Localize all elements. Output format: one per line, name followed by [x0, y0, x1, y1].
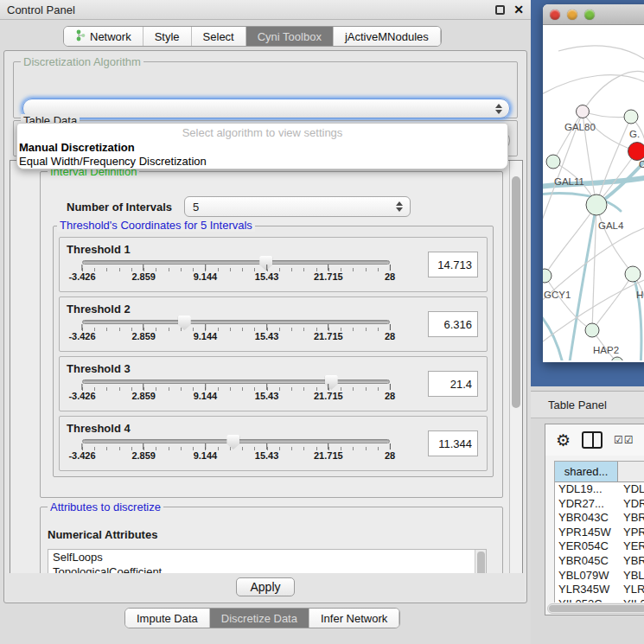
network-node[interactable]: [625, 266, 641, 283]
minimize-traffic-light-icon[interactable]: [567, 10, 577, 20]
tick-label: 15.43: [255, 265, 279, 282]
threshold-value-field[interactable]: [428, 371, 478, 397]
network-node-label: H: [636, 290, 643, 300]
algorithm-combo[interactable]: [22, 99, 510, 118]
network-node[interactable]: [624, 110, 639, 124]
tick-label: 28: [385, 384, 395, 401]
network-canvas[interactable]: GAL80 G. C GAL11 GAL4 GCY1 H HAP2: [543, 25, 644, 360]
node-table[interactable]: shared... n YDL19... YDL1 YDR27... YDR2 …: [554, 461, 644, 603]
attributes-group-label: Attributes to discretize: [48, 501, 163, 513]
top-tab[interactable]: Network: [64, 27, 143, 46]
combo-arrows-icon: [495, 104, 502, 114]
tick-label: 15.43: [255, 443, 279, 461]
column-header[interactable]: n: [618, 462, 644, 481]
control-panel: Control Panel ✕ Network Style Select: [0, 0, 531, 644]
control-panel-titlebar: Control Panel ✕: [0, 0, 531, 20]
tick-label: 2.859: [131, 384, 156, 401]
threshold-value-field[interactable]: [428, 430, 478, 456]
threshold-slider[interactable]: -3.426 2.859 9.144 15.43 21.715: [82, 439, 390, 462]
table-panel-title: Table Panel: [548, 399, 607, 411]
table-row[interactable]: YER054C YER0: [555, 539, 644, 554]
top-tab[interactable]: jActiveMNodules: [334, 27, 441, 46]
table-row[interactable]: YLR345W YLR3: [555, 583, 644, 597]
close-icon[interactable]: ✕: [513, 3, 524, 16]
table-row[interactable]: YBR043C YBR0: [555, 511, 644, 526]
interval-definition-group: Interval Definition Number of Intervals …: [40, 171, 503, 498]
threshold-slider[interactable]: -3.426 2.859 9.144 15.43 21.715: [82, 320, 390, 343]
tick-label: -3.426: [68, 443, 95, 461]
column-layout-icon[interactable]: [582, 431, 603, 449]
gear-icon[interactable]: ⚙: [556, 432, 571, 449]
tick-label: 21.715: [314, 384, 343, 401]
number-of-intervals-combo[interactable]: 5: [184, 196, 411, 217]
slider-tick-labels: -3.426 2.859 9.144 15.43 21.715: [82, 391, 390, 403]
table-row[interactable]: YBR045C YBR0: [555, 554, 644, 569]
attributes-group: Attributes to discretize Numerical Attri…: [40, 507, 503, 577]
top-tab[interactable]: Select: [192, 27, 246, 46]
network-node[interactable]: [585, 323, 600, 338]
bottom-tab[interactable]: Discretize Data: [210, 609, 309, 628]
tick-label: 2.859: [131, 324, 156, 341]
tick-label: 28: [385, 324, 395, 341]
tick-label: 28: [385, 443, 395, 461]
network-node-label: HAP2: [593, 345, 619, 355]
tick-label: 2.859: [131, 265, 156, 282]
algorithm-option[interactable]: Equal Width/Frequency Discretization: [17, 155, 507, 169]
top-tab[interactable]: Cyni Toolbox: [246, 27, 334, 46]
desktop-right-region: GAL80 G. C GAL11 GAL4 GCY1 H HAP2 Table …: [531, 0, 644, 644]
table-row[interactable]: YIL052C YIL0: [555, 597, 644, 603]
slider-track[interactable]: [82, 439, 390, 443]
tick-label: 21.715: [314, 324, 343, 341]
threshold-row: Threshold 3 -3.426 2: [59, 356, 488, 411]
tick-label: 21.715: [314, 265, 343, 282]
settings-scroll-area: Interval Definition Number of Intervals …: [10, 160, 523, 577]
threshold-slider[interactable]: -3.426 2.859 9.144 15.43 21.715: [82, 260, 390, 284]
table-row[interactable]: YDR27... YDR2: [555, 497, 644, 512]
network-node[interactable]: [628, 142, 644, 161]
tick-label: 28: [385, 265, 395, 282]
table-row[interactable]: YBL079W YBL0: [555, 569, 644, 583]
numerical-attributes-label: Numerical Attributes: [48, 528, 157, 541]
slider-track[interactable]: [82, 260, 390, 265]
select-checkboxes-icon[interactable]: ☑☑: [614, 434, 634, 446]
tick-label: -3.426: [68, 384, 95, 401]
zoom-traffic-light-icon[interactable]: [584, 10, 595, 20]
table-panel: ⚙ ☑☑ shared... n YDL19... YDL1 YDR27... …: [545, 424, 644, 615]
threshold-slider[interactable]: -3.426 2.859 9.144 15.43 21.715: [82, 379, 390, 403]
network-node-label: G.: [629, 129, 640, 139]
number-of-intervals-label: Number of Intervals: [67, 201, 172, 214]
table-row[interactable]: YDL19... YDL1: [555, 482, 644, 497]
slider-track[interactable]: [82, 320, 390, 324]
table-panel-titlebar: Table Panel: [531, 391, 644, 418]
threshold-label: Threshold 3: [67, 362, 480, 375]
float-window-icon[interactable]: [495, 5, 505, 15]
network-node[interactable]: [546, 155, 561, 169]
tick-label: 9.144: [194, 324, 218, 341]
algorithm-option[interactable]: Manual Discretization: [17, 141, 507, 155]
threshold-value-field[interactable]: [428, 252, 478, 277]
column-header[interactable]: shared...: [555, 462, 618, 481]
table-horizontal-scrollbar[interactable]: [547, 603, 644, 614]
network-node[interactable]: [586, 194, 608, 216]
thresholds-group: Threshold's Coordinates for 5 Intervals …: [53, 226, 494, 477]
close-traffic-light-icon[interactable]: [550, 10, 560, 20]
algorithm-dropdown-popup: Select algorithm to view settings Manual…: [16, 123, 508, 169]
cyni-toolbox-panel: Discretization Algorithm Table Data galF…: [3, 50, 527, 603]
tick-label: -3.426: [68, 265, 95, 282]
panel-title: Control Panel: [7, 3, 75, 16]
network-node[interactable]: [576, 105, 590, 118]
slider-track[interactable]: [82, 379, 390, 384]
top-tab[interactable]: Style: [143, 27, 192, 46]
bottom-tab[interactable]: Infer Network: [309, 609, 399, 628]
threshold-value-field[interactable]: [428, 311, 478, 337]
tick-label: 9.144: [194, 265, 218, 282]
network-window-titlebar: [543, 4, 644, 25]
list-item[interactable]: SelfLoops: [48, 550, 486, 564]
settings-vertical-scrollbar[interactable]: [509, 161, 522, 576]
bottom-tab[interactable]: Impute Data: [125, 609, 210, 628]
apply-button[interactable]: Apply: [236, 577, 295, 596]
table-row[interactable]: YPR145W YPR1: [555, 526, 644, 540]
table-header-row: shared... n: [555, 462, 644, 482]
threshold-row: Threshold 1 -3.426 2: [59, 237, 488, 292]
network-edges: [543, 25, 644, 360]
